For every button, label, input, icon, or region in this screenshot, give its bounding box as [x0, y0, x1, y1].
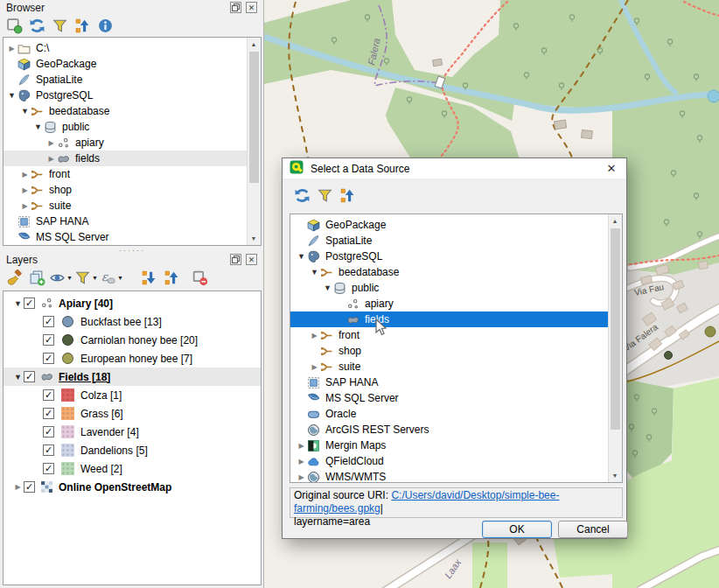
layer-visibility-checkbox[interactable]: ✓	[43, 463, 54, 474]
source-item-spatialite[interactable]: SpatiaLite	[290, 233, 609, 248]
layer-european-honey-bee-7[interactable]: ✓European honey bee [7]	[3, 349, 261, 368]
browser-item-suite[interactable]: ▶suite	[3, 198, 248, 214]
scroll-up-icon[interactable]: ▲	[609, 214, 621, 228]
expander-closed-icon[interactable]: ▶	[6, 45, 17, 52]
remove-layer-button[interactable]	[190, 268, 211, 287]
layer-visibility-checkbox[interactable]: ✓	[43, 334, 54, 346]
layer-fields-18[interactable]: ▼✓Fields [18]	[3, 368, 261, 386]
browser-item-front[interactable]: ▶front	[3, 166, 248, 182]
expander-closed-icon[interactable]: ▶	[12, 483, 24, 491]
layer-visibility-checkbox[interactable]: ✓	[24, 371, 35, 382]
refresh-button[interactable]	[291, 186, 312, 205]
filter-button[interactable]	[314, 186, 335, 205]
scroll-up-icon[interactable]: ▲	[248, 38, 260, 51]
source-item-front[interactable]: ▶front	[290, 327, 609, 343]
layer-apiary-40[interactable]: ▼✓Apiary [40]	[3, 294, 261, 312]
layer-buckfast-bee-13[interactable]: ✓Buckfast bee [13]	[3, 312, 261, 331]
scroll-thumb[interactable]	[611, 228, 620, 430]
expander-closed-icon[interactable]: ▶	[45, 139, 57, 147]
browser-tree-scrollbar[interactable]: ▲ ▼	[247, 38, 261, 245]
browser-item-ms-sql-server[interactable]: MS SQL Server	[3, 229, 248, 245]
browser-item-sap-hana[interactable]: SAP HANA	[3, 214, 248, 229]
expander-closed-icon[interactable]: ▶	[296, 458, 307, 466]
scroll-down-icon[interactable]: ▼	[248, 232, 260, 245]
collapse-all-button[interactable]	[162, 268, 183, 287]
layer-grass-6[interactable]: ✓Grass [6]	[3, 404, 261, 423]
layer-visibility-checkbox[interactable]: ✓	[24, 298, 35, 309]
expander-open-icon[interactable]: ▼	[32, 122, 44, 131]
browser-item-apiary[interactable]: ▶apiary	[3, 135, 248, 150]
filter-by-expression-button[interactable]: ε▼	[100, 268, 123, 287]
float-panel-button[interactable]	[230, 2, 241, 13]
add-selected-layers-button[interactable]	[3, 16, 24, 35]
close-panel-button[interactable]: ✕	[246, 254, 257, 265]
layer-visibility-checkbox[interactable]: ✓	[43, 444, 54, 456]
collapse-all-button[interactable]	[72, 16, 93, 35]
source-item-public[interactable]: ▼public	[290, 280, 609, 296]
layer-visibility-checkbox[interactable]: ✓	[43, 408, 54, 419]
source-item-suite[interactable]: ▶suite	[290, 359, 609, 374]
browser-item-beedatabase[interactable]: ▼beedatabase	[3, 103, 248, 119]
browser-item-public[interactable]: ▼public	[3, 119, 248, 135]
source-item-postgresql[interactable]: ▼PostgreSQL	[290, 248, 609, 264]
source-item-mergin-maps[interactable]: ▶Mergin Maps	[290, 438, 609, 453]
source-item-beedatabase[interactable]: ▼beedatabase	[290, 264, 609, 280]
layer-dandelions-5[interactable]: ✓Dandelions [5]	[3, 441, 261, 459]
dialog-titlebar[interactable]: Select a Data Source ✕	[283, 158, 626, 179]
source-item-apiary[interactable]: apiary	[290, 296, 609, 312]
expander-open-icon[interactable]: ▼	[309, 268, 320, 276]
source-item-oracle[interactable]: Oracle	[290, 406, 609, 422]
layer-visibility-checkbox[interactable]: ✓	[43, 389, 54, 401]
dialog-tree-scrollbar[interactable]: ▲ ▼	[608, 214, 622, 482]
expander-open-icon[interactable]: ▼	[322, 284, 333, 292]
layer-visibility-checkbox[interactable]: ✓	[24, 481, 35, 493]
layer-visibility-checkbox[interactable]: ✓	[43, 426, 54, 438]
close-panel-button[interactable]: ✕	[246, 2, 257, 13]
expander-closed-icon[interactable]: ▶	[296, 473, 307, 481]
expander-closed-icon[interactable]: ▶	[45, 155, 57, 163]
properties-button[interactable]	[94, 16, 115, 35]
expander-open-icon[interactable]: ▼	[19, 107, 31, 116]
layer-lavender-4[interactable]: ✓Lavender [4]	[3, 423, 261, 441]
source-item-wms-wmts[interactable]: ▶WMS/WMTS	[290, 469, 609, 483]
layer-colza-1[interactable]: ✓Colza [1]	[3, 386, 261, 404]
source-item-sap-hana[interactable]: SAP HANA	[290, 374, 609, 390]
layer-carniolan-honey-bee-20[interactable]: ✓Carniolan honey bee [20]	[3, 331, 261, 349]
expander-open-icon[interactable]: ▼	[12, 299, 24, 308]
manage-map-themes-button[interactable]: ▼	[49, 268, 73, 287]
source-item-qfieldcloud[interactable]: ▶QFieldCloud	[290, 453, 609, 469]
ok-button[interactable]: OK	[482, 521, 552, 538]
float-panel-button[interactable]	[230, 254, 241, 265]
expander-open-icon[interactable]: ▼	[296, 252, 307, 261]
expander-closed-icon[interactable]: ▶	[296, 442, 307, 450]
expand-all-button[interactable]	[139, 268, 160, 287]
source-item-ms-sql-server[interactable]: MS SQL Server	[290, 390, 609, 406]
scroll-thumb[interactable]	[249, 52, 259, 183]
filter-legend-button[interactable]: ▼	[74, 268, 98, 287]
source-item-shop[interactable]: shop	[290, 343, 609, 359]
layer-weed-2[interactable]: ✓Weed [2]	[3, 459, 261, 478]
refresh-button[interactable]	[26, 16, 47, 35]
expander-closed-icon[interactable]: ▶	[309, 363, 320, 371]
layer-online-openstreetmap[interactable]: ▶✓Online OpenStreetMap	[3, 478, 261, 496]
cancel-button[interactable]: Cancel	[558, 521, 628, 538]
scroll-down-icon[interactable]: ▼	[609, 469, 621, 482]
browser-item-fields[interactable]: ▶fields	[3, 150, 248, 166]
layer-visibility-checkbox[interactable]: ✓	[43, 316, 54, 327]
open-layer-styling-button[interactable]	[3, 268, 24, 287]
browser-item-postgresql[interactable]: ▼PostgreSQL	[3, 88, 248, 103]
layer-visibility-checkbox[interactable]: ✓	[43, 353, 54, 364]
expander-open-icon[interactable]: ▼	[6, 91, 17, 100]
filter-browser-button[interactable]	[49, 16, 70, 35]
collapse-all-button[interactable]	[337, 186, 358, 205]
dialog-close-button[interactable]: ✕	[597, 162, 626, 175]
browser-item-shop[interactable]: ▶shop	[3, 182, 248, 198]
browser-item-c[interactable]: ▶C:\	[3, 40, 248, 56]
expander-closed-icon[interactable]: ▶	[19, 202, 31, 210]
source-item-fields[interactable]: fields	[290, 312, 609, 327]
browser-item-geopackage[interactable]: GeoPackage	[3, 56, 248, 72]
source-item-arcgis-rest-servers[interactable]: ArcGIS REST Servers	[290, 422, 609, 438]
add-group-button[interactable]	[26, 268, 47, 287]
expander-open-icon[interactable]: ▼	[12, 373, 24, 382]
expander-closed-icon[interactable]: ▶	[19, 186, 31, 194]
